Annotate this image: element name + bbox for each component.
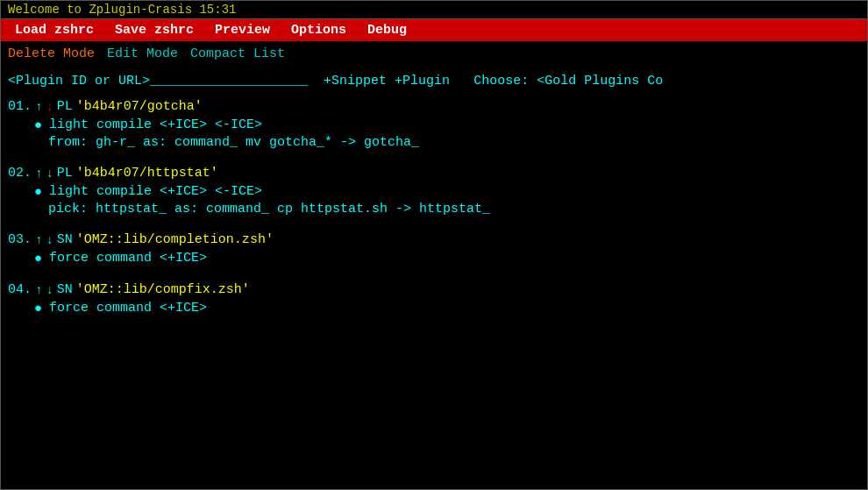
arrow-up-1[interactable]: ↑ bbox=[35, 100, 42, 114]
input-bar: <Plugin ID or URL>____________________ +… bbox=[1, 67, 867, 92]
arrow-up-3[interactable]: ↑ bbox=[35, 233, 42, 247]
arrow-down-3[interactable]: ↓ bbox=[46, 233, 53, 247]
plugin-header-1: 01. ↑ ↓ PL 'b4b4r07/gotcha' bbox=[8, 99, 860, 114]
plugin-detail-4a: ● force command <+ICE> bbox=[8, 301, 860, 316]
plugin-header-2: 02. ↑ ↓ PL 'b4b4r07/httpstat' bbox=[8, 166, 860, 181]
plugin-type-4: SN bbox=[57, 282, 73, 297]
arrow-down-4[interactable]: ↓ bbox=[46, 283, 53, 297]
menu-preview[interactable]: Preview bbox=[204, 21, 281, 39]
plugin-detail-1a: ● light compile <+ICE> <-ICE> bbox=[8, 117, 860, 133]
detail-line-2b: pick: httpstat_ as: command_ cp httpstat… bbox=[8, 202, 860, 217]
detail-line-1b: from: gh-r_ as: command_ mv gotcha_* -> … bbox=[8, 135, 860, 150]
input-placeholder[interactable]: <Plugin ID or URL>____________________ bbox=[8, 74, 308, 89]
sub-menu-edit-mode[interactable]: Edit Mode bbox=[107, 45, 190, 63]
plugin-name-2[interactable]: 'b4b4r07/httpstat' bbox=[76, 166, 218, 181]
plugin-type-2: PL bbox=[57, 166, 73, 181]
detail-text-3a: force command <+ICE> bbox=[49, 251, 207, 266]
plugin-entry-1: 01. ↑ ↓ PL 'b4b4r07/gotcha' ● light comp… bbox=[8, 99, 860, 150]
plugin-header-3: 03. ↑ ↓ SN 'OMZ::lib/completion.zsh' bbox=[8, 232, 860, 247]
plugin-number-3: 03. bbox=[8, 232, 32, 247]
plugin-number-4: 04. bbox=[8, 282, 32, 297]
bullet-icon-4a: ● bbox=[34, 302, 42, 316]
choose-label: Choose: <Gold Plugins Co bbox=[473, 74, 663, 89]
plugin-number-1: 01. bbox=[8, 99, 32, 114]
plugin-detail-2a: ● light compile <+ICE> <-ICE> bbox=[8, 184, 860, 200]
sub-menu-delete-mode[interactable]: Delete Mode bbox=[8, 45, 107, 63]
plugin-header-4: 04. ↑ ↓ SN 'OMZ::lib/compfix.zsh' bbox=[8, 282, 860, 297]
menu-bar: Load zshrc Save zshrc Preview Options De… bbox=[1, 19, 867, 41]
arrow-down-2[interactable]: ↓ bbox=[46, 167, 53, 181]
plugin-name-4[interactable]: 'OMZ::lib/compfix.zsh' bbox=[76, 282, 250, 297]
detail-text-1a: light compile <+ICE> <-ICE> bbox=[49, 117, 262, 132]
title-text: Welcome to Zplugin-Crasis 15:31 bbox=[8, 3, 236, 17]
plugin-entry-2: 02. ↑ ↓ PL 'b4b4r07/httpstat' ● light co… bbox=[8, 166, 860, 217]
arrow-up-4[interactable]: ↑ bbox=[35, 283, 42, 297]
bullet-icon-1a: ● bbox=[34, 118, 42, 133]
plugin-name-3[interactable]: 'OMZ::lib/completion.zsh' bbox=[76, 232, 274, 247]
arrow-up-2[interactable]: ↑ bbox=[35, 167, 42, 181]
plugin-number-2: 02. bbox=[8, 166, 32, 181]
plugin-entry-3: 03. ↑ ↓ SN 'OMZ::lib/completion.zsh' ● f… bbox=[8, 232, 860, 266]
sub-menu-bar: Delete Mode Edit Mode Compact List bbox=[1, 41, 867, 67]
menu-options[interactable]: Options bbox=[281, 21, 357, 39]
plugin-entry-4: 04. ↑ ↓ SN 'OMZ::lib/compfix.zsh' ● forc… bbox=[8, 282, 860, 316]
title-bar: Welcome to Zplugin-Crasis 15:31 bbox=[1, 1, 867, 19]
menu-load-zshrc[interactable]: Load zshrc bbox=[4, 21, 104, 39]
input-actions: +Snippet +Plugin bbox=[324, 74, 450, 89]
content-area: 01. ↑ ↓ PL 'b4b4r07/gotcha' ● light comp… bbox=[1, 92, 867, 489]
plugin-type-3: SN bbox=[57, 232, 73, 247]
main-window: Welcome to Zplugin-Crasis 15:31 Load zsh… bbox=[0, 0, 868, 490]
detail-text-4a: force command <+ICE> bbox=[49, 301, 207, 316]
plugin-detail-3a: ● force command <+ICE> bbox=[8, 251, 860, 266]
bullet-icon-2a: ● bbox=[34, 185, 42, 200]
bullet-icon-3a: ● bbox=[34, 252, 42, 266]
arrow-down-1[interactable]: ↓ bbox=[46, 100, 53, 114]
sub-menu-compact-list[interactable]: Compact List bbox=[190, 45, 297, 63]
menu-debug[interactable]: Debug bbox=[357, 21, 417, 39]
plugin-name-1[interactable]: 'b4b4r07/gotcha' bbox=[76, 99, 203, 114]
plugin-type-1: PL bbox=[57, 99, 73, 114]
menu-save-zshrc[interactable]: Save zshrc bbox=[104, 21, 204, 39]
detail-text-2a: light compile <+ICE> <-ICE> bbox=[49, 184, 262, 199]
